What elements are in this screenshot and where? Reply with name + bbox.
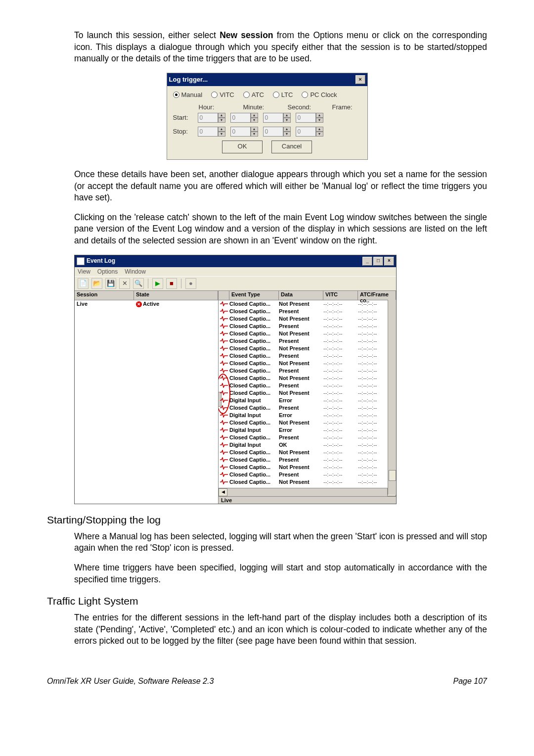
start-minute-spinner[interactable]: 0▲▼ [230,113,258,123]
event-type: Closed Captio... [229,390,279,396]
dialog-titlebar[interactable]: Log trigger... × [167,73,367,86]
event-type: Closed Captio... [229,316,279,322]
session-row[interactable]: Live ✕Active [75,300,218,308]
event-row[interactable]: Closed Captio...Not Present--:--:--:----… [219,300,396,308]
new-icon[interactable]: 📄 [78,278,89,289]
event-row[interactable]: Closed Captio...Not Present--:--:--:----… [219,360,396,367]
error-icon: ✕ [136,301,142,307]
pulse-icon [219,398,229,403]
radio-dot-icon [243,92,250,98]
event-vitc: --:--:--:-- [323,308,358,314]
radio-vitc[interactable]: VITC [211,91,234,98]
cancel-button[interactable]: Cancel [271,141,312,153]
pulse-icon [219,331,229,336]
event-vitc: --:--:--:-- [323,301,358,307]
col-vitc[interactable]: VITC [323,291,358,300]
event-data: Present [279,308,323,314]
menu-options[interactable]: Options [97,268,118,275]
radio-manual[interactable]: Manual [173,91,203,98]
start-hour-spinner[interactable]: 0▲▼ [198,113,225,123]
para-details: Once these details have been set, anothe… [74,169,487,204]
stop-frame-spinner[interactable]: 0▲▼ [296,127,323,137]
event-vitc: --:--:--:-- [323,316,358,322]
stop-icon[interactable]: ■ [166,278,177,289]
col-atc[interactable]: ATC/Frame co.. [358,291,396,300]
stop-minute-spinner[interactable]: 0▲▼ [230,127,258,137]
start-second-spinner[interactable]: 0▲▼ [263,113,291,123]
radio-ltc[interactable]: LTC [273,91,293,98]
event-row[interactable]: Closed Captio...Not Present--:--:--:----… [219,449,396,456]
event-type: Closed Captio... [229,449,279,455]
menu-view[interactable]: View [78,268,90,275]
event-data: Error [279,412,323,418]
event-row[interactable]: Closed Captio...Present--:--:--:----:--:… [219,308,396,315]
event-row[interactable]: Closed Captio...Present--:--:--:----:--:… [219,434,396,441]
stop-row: Stop: 0▲▼ 0▲▼ 0▲▼ 0▲▼ [173,127,361,137]
event-row[interactable]: Closed Captio...Not Present--:--:--:----… [219,419,396,426]
save-icon[interactable]: 💾 [105,278,116,289]
event-data: Not Present [279,420,323,425]
event-type: Digital Input [229,412,279,418]
event-row[interactable]: Digital InputError--:--:--:----:--:--:-- [219,412,396,419]
event-data: Error [279,427,323,433]
radio-pcclock[interactable]: PC Clock [302,91,337,98]
ok-button[interactable]: OK [222,141,263,153]
event-vitc: --:--:--:-- [323,442,358,448]
col-state[interactable]: State [134,291,218,300]
horizontal-scrollbar[interactable]: ◀ ▶ [219,488,396,496]
close-icon[interactable]: × [384,257,394,266]
event-row[interactable]: Closed Captio...Not Present--:--:--:----… [219,389,396,397]
event-row[interactable]: Closed Captio...Present--:--:--:----:--:… [219,352,396,360]
radio-atc[interactable]: ATC [243,91,264,98]
radio-row: Manual VITC ATC LTC PC Clock [173,91,361,98]
col-data[interactable]: Data [279,291,323,300]
delete-icon[interactable]: ✕ [119,278,130,289]
event-row[interactable]: Digital InputOK--:--:--:----:--:--:-- [219,441,396,449]
scroll-thumb[interactable] [389,470,396,481]
start-icon[interactable]: ▶ [152,278,163,289]
event-row[interactable]: Closed Captio...Present--:--:--:----:--:… [219,471,396,478]
pulse-icon [219,309,229,314]
event-row[interactable]: Closed Captio...Not Present--:--:--:----… [219,315,396,323]
menu-window[interactable]: Window [125,268,146,275]
event-row[interactable]: Closed Captio...Present--:--:--:----:--:… [219,323,396,330]
maximize-icon[interactable]: □ [373,257,383,266]
spin-up-icon[interactable]: ▲ [218,113,225,118]
stop-hour-spinner[interactable]: 0▲▼ [198,127,225,137]
para-manual: Where a Manual log has been selected, lo… [74,531,487,554]
para-release-catch: Clicking on the 'release catch' shown to… [74,212,487,247]
event-row[interactable]: Closed Captio...Present--:--:--:----:--:… [219,337,396,345]
p1bold: New session [220,30,273,40]
event-row[interactable]: Closed Captio...Not Present--:--:--:----… [219,464,396,471]
event-row[interactable]: Closed Captio...Present--:--:--:----:--:… [219,456,396,464]
event-row[interactable]: Closed Captio...Present--:--:--:----:--:… [219,367,396,375]
footer: OmniTek XR User Guide, Software Release … [47,677,487,686]
pulse-icon [219,465,229,470]
close-icon[interactable]: × [356,75,365,84]
scroll-left-icon[interactable]: ◀ [219,488,227,496]
col-event-type[interactable]: Event Type [229,291,279,300]
minimize-icon[interactable]: _ [362,257,372,266]
event-row[interactable]: Closed Captio...Not Present--:--:--:----… [219,375,396,382]
open-icon[interactable]: 📂 [91,278,102,289]
start-frame-spinner[interactable]: 0▲▼ [296,113,323,123]
pulse-icon [219,338,229,343]
pulse-icon [219,361,229,366]
event-row[interactable]: Closed Captio...Not Present--:--:--:----… [219,478,396,486]
event-row[interactable]: Closed Captio...Present--:--:--:----:--:… [219,382,396,389]
event-vitc: --:--:--:-- [323,323,358,329]
record-icon[interactable]: ● [185,278,196,289]
event-row[interactable]: Closed Captio...Not Present--:--:--:----… [219,345,396,352]
win-titlebar[interactable]: Event Log _ □ × [75,255,396,267]
event-row[interactable]: Digital InputError--:--:--:----:--:--:-- [219,426,396,434]
search-icon[interactable]: 🔍 [133,278,144,289]
spin-down-icon[interactable]: ▼ [218,118,225,123]
dialog-title: Log trigger... [169,76,208,83]
col-session[interactable]: Session [75,291,134,300]
event-row[interactable]: Digital InputError--:--:--:----:--:--:-- [219,397,396,404]
vertical-scrollbar[interactable] [388,300,396,495]
event-row[interactable]: Closed Captio...Present--:--:--:----:--:… [219,404,396,412]
stop-second-spinner[interactable]: 0▲▼ [263,127,291,137]
pulse-icon [219,427,229,432]
event-row[interactable]: Closed Captio...Not Present--:--:--:----… [219,330,396,337]
